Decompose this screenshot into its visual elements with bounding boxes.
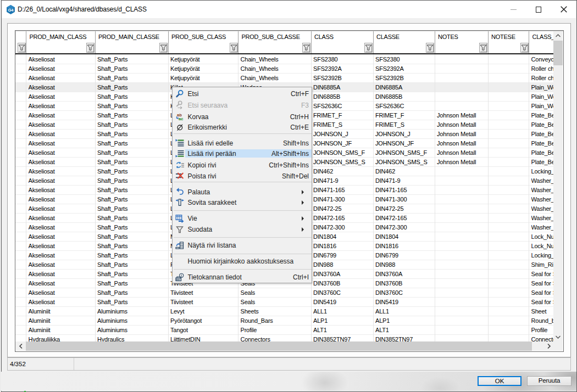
svg-text:ac: ac [179,116,183,121]
svg-text:G4: G4 [8,7,14,12]
